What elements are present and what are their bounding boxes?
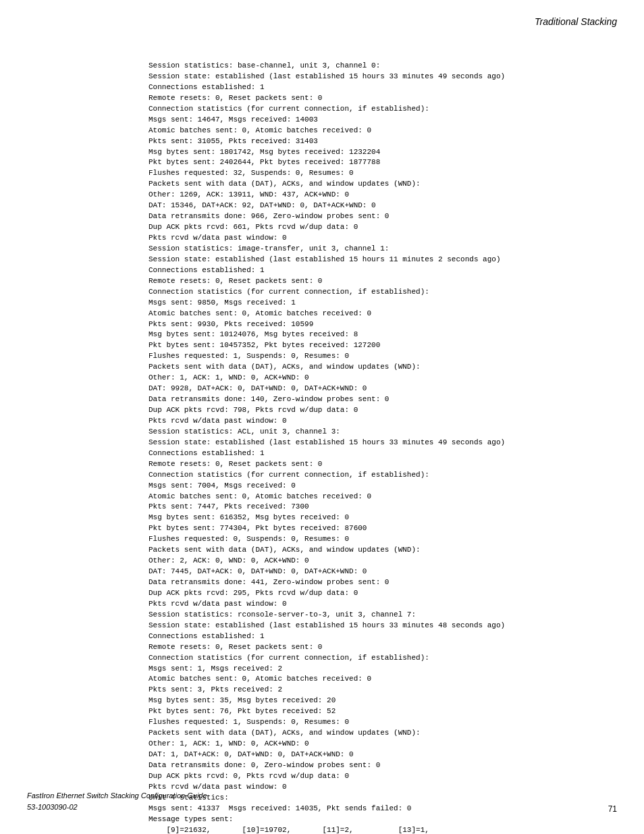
footer-page-number: 71 — [608, 804, 617, 814]
header-title: Traditional Stacking — [535, 16, 617, 27]
main-content: Session statistics: base-channel, unit 3… — [149, 61, 617, 834]
page-container: Traditional Stacking Session statistics:… — [0, 0, 644, 834]
footer: FastIron Ethernet Switch Stacking Config… — [27, 790, 617, 814]
footer-doc-title: FastIron Ethernet Switch Stacking Config… — [27, 790, 207, 802]
footer-left: FastIron Ethernet Switch Stacking Config… — [27, 790, 207, 814]
footer-doc-number: 53-1003090-02 — [27, 802, 207, 814]
